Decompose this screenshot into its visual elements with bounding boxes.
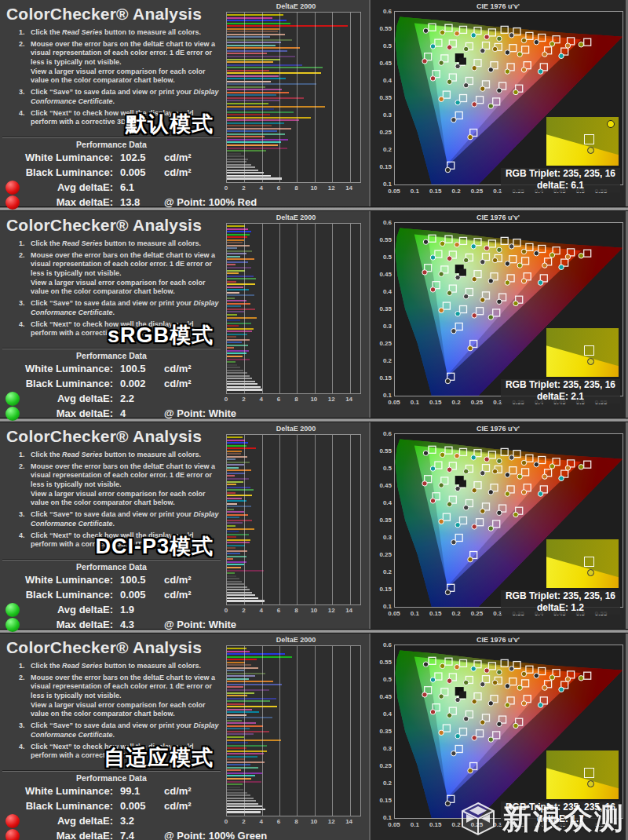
deltae-bar[interactable]	[227, 272, 239, 274]
deltae-bar[interactable]	[227, 350, 249, 352]
deltae-bar[interactable]	[227, 600, 265, 602]
deltae-bar[interactable]	[227, 709, 252, 710]
deltae-bar[interactable]	[227, 517, 239, 518]
deltae-bar[interactable]	[227, 561, 246, 563]
deltae-bar[interactable]	[227, 436, 243, 438]
deltae-bar[interactable]	[227, 245, 250, 247]
deltae-bar[interactable]	[227, 659, 257, 660]
deltae-bar[interactable]	[227, 720, 242, 721]
deltae-bar[interactable]	[227, 311, 244, 312]
deltae-bar[interactable]	[227, 570, 264, 572]
deltae-bar[interactable]	[227, 356, 243, 357]
deltae-bar[interactable]	[227, 114, 270, 115]
deltae-bar[interactable]	[227, 247, 237, 249]
deltae-bar[interactable]	[227, 242, 243, 243]
deltae-bar[interactable]	[227, 445, 246, 447]
deltae-bar[interactable]	[227, 756, 257, 758]
deltae-bar[interactable]	[227, 328, 254, 330]
deltae-bar[interactable]	[227, 359, 250, 360]
deltae-bar[interactable]	[227, 794, 250, 796]
deltae-bar[interactable]	[227, 662, 245, 663]
deltae-bar[interactable]	[227, 370, 243, 371]
deltae-bar[interactable]	[227, 758, 245, 760]
deltae-bar[interactable]	[227, 111, 294, 113]
deltae-bar[interactable]	[227, 703, 245, 705]
deltae-bar[interactable]	[227, 287, 243, 288]
deltae-bar[interactable]	[227, 56, 295, 57]
deltae-bar[interactable]	[227, 47, 300, 49]
deltae-bar[interactable]	[227, 722, 256, 724]
deltae-bar[interactable]	[227, 300, 246, 301]
deltae-bar[interactable]	[227, 592, 252, 593]
deltae-bar[interactable]	[227, 520, 252, 521]
deltae-bar[interactable]	[227, 525, 236, 527]
deltae-bar[interactable]	[227, 317, 257, 319]
deltae-bar[interactable]	[227, 119, 299, 121]
deltae-bar[interactable]	[227, 117, 311, 119]
deltae-bar[interactable]	[227, 728, 250, 729]
cie-plot-area[interactable]: RGB Triplet: 235, 235, 16 deltaE: 2.1	[394, 222, 623, 396]
deltae-bar[interactable]	[227, 39, 292, 41]
deltae-bar[interactable]	[227, 50, 287, 52]
deltae-bar[interactable]	[227, 339, 250, 341]
deltae-bar[interactable]	[227, 383, 257, 385]
deltae-bar[interactable]	[227, 736, 244, 738]
deltae-bar[interactable]	[227, 364, 237, 366]
deltae-bar[interactable]	[227, 303, 250, 305]
deltae-bar[interactable]	[227, 711, 259, 713]
deltae-bar[interactable]	[227, 122, 284, 124]
cie-plot-area[interactable]: RGB Triplet: 235, 235, 16 deltaE: 6.1	[394, 11, 623, 185]
deltae-bar[interactable]	[227, 309, 255, 310]
deltae-bar[interactable]	[227, 42, 281, 43]
deltae-bar[interactable]	[227, 556, 246, 557]
deltae-bar[interactable]	[227, 553, 240, 554]
deltae-bar[interactable]	[227, 347, 234, 349]
deltae-bar[interactable]	[227, 458, 236, 460]
deltae-bar[interactable]	[227, 164, 251, 166]
deltae-bar[interactable]	[227, 153, 241, 155]
deltae-bar-plot[interactable]	[226, 434, 361, 605]
deltae-bar[interactable]	[227, 256, 240, 257]
deltae-bar[interactable]	[227, 97, 304, 99]
deltae-bar[interactable]	[227, 667, 258, 669]
deltae-bar[interactable]	[227, 276, 254, 277]
deltae-bar[interactable]	[227, 278, 256, 279]
deltae-bar[interactable]	[227, 583, 244, 585]
deltae-bar[interactable]	[227, 489, 254, 491]
deltae-bar[interactable]	[227, 331, 252, 332]
deltae-bar[interactable]	[227, 692, 254, 694]
deltae-bar[interactable]	[227, 141, 281, 143]
deltae-bar[interactable]	[227, 294, 254, 296]
deltae-bar[interactable]	[227, 352, 246, 354]
deltae-bar[interactable]	[227, 509, 234, 510]
deltae-bar[interactable]	[227, 528, 254, 530]
deltae-bar[interactable]	[227, 522, 243, 524]
deltae-bar[interactable]	[227, 594, 255, 596]
deltae-bar[interactable]	[227, 811, 261, 813]
deltae-bar[interactable]	[227, 775, 255, 776]
deltae-bar[interactable]	[227, 150, 266, 152]
deltae-bar[interactable]	[227, 681, 273, 682]
deltae-bar[interactable]	[227, 234, 250, 236]
deltae-bar-plot[interactable]	[226, 12, 361, 183]
deltae-bar[interactable]	[227, 564, 244, 565]
deltae-bar[interactable]	[227, 803, 258, 805]
deltae-bar[interactable]	[227, 72, 321, 74]
deltae-bar[interactable]	[227, 764, 250, 765]
deltae-bar[interactable]	[227, 133, 285, 135]
deltae-bar[interactable]	[227, 128, 291, 130]
deltae-bar[interactable]	[227, 323, 251, 324]
cie-plot-area[interactable]: RGB Triplet: 235, 235, 16 deltaE: 1.7	[394, 645, 623, 819]
deltae-bar[interactable]	[227, 473, 245, 474]
deltae-bar[interactable]	[227, 81, 271, 82]
deltae-bar[interactable]	[227, 534, 249, 535]
deltae-bar[interactable]	[227, 558, 233, 560]
deltae-bar[interactable]	[227, 475, 235, 477]
deltae-bar[interactable]	[227, 511, 244, 513]
deltae-bar[interactable]	[227, 539, 250, 541]
deltae-bar[interactable]	[227, 305, 241, 307]
deltae-bar[interactable]	[227, 144, 278, 146]
deltae-bar[interactable]	[227, 375, 250, 377]
deltae-bar[interactable]	[227, 23, 290, 24]
deltae-bar[interactable]	[227, 740, 281, 741]
